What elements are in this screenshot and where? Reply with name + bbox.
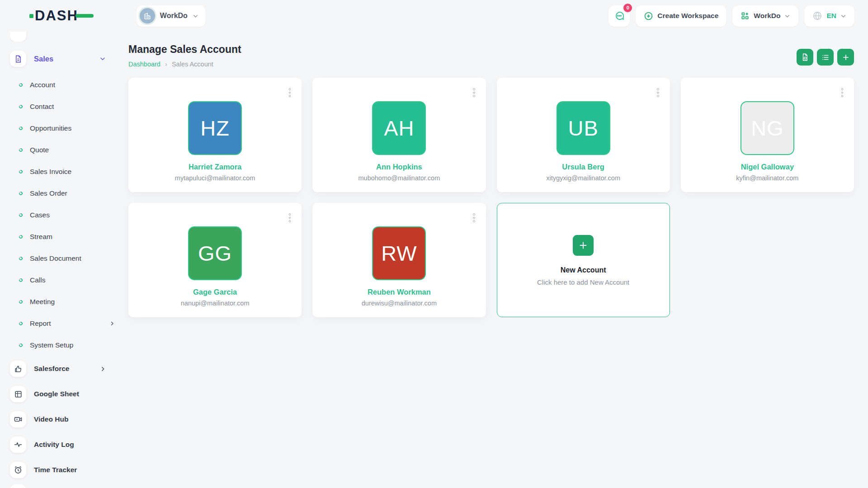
account-card: RW Reuben Workman durewisu@mailinator.co…	[312, 203, 486, 317]
new-account-subtitle: Click here to add New Account	[537, 278, 629, 286]
breadcrumb-separator: ›	[165, 60, 167, 68]
add-account-button[interactable]	[837, 49, 854, 66]
building-icon	[140, 8, 155, 23]
new-account-card[interactable]: New Account Click here to add New Accoun…	[497, 203, 670, 317]
bullet-icon	[18, 234, 23, 239]
sidebar-partial-item-bottom[interactable]	[10, 484, 115, 488]
workspace-selector[interactable]: WorkDo	[137, 5, 206, 27]
avatar: AH	[372, 101, 426, 155]
bullet-icon	[18, 126, 23, 131]
card-menu-button[interactable]	[472, 212, 476, 224]
sidebar-item-sales-invoice[interactable]: Sales Invoice	[0, 161, 115, 183]
app-switcher-label: WorkDo	[754, 12, 780, 20]
plus-icon	[573, 235, 594, 256]
avatar: GG	[188, 226, 242, 280]
sidebar-item-time-tracker[interactable]: Time Tracker	[10, 457, 106, 483]
card-menu-button[interactable]	[472, 87, 476, 99]
document-sync-icon	[801, 53, 809, 61]
logo-text: DASH	[35, 8, 78, 24]
bullet-icon	[18, 169, 23, 174]
globe-icon	[812, 11, 822, 21]
app-switcher-dropdown[interactable]: WorkDo	[732, 5, 798, 27]
sidebar-item-system-setup[interactable]: System Setup	[0, 334, 115, 356]
avatar: UB	[557, 101, 610, 155]
create-workspace-button[interactable]: Create Workspace	[636, 5, 726, 27]
account-card: UB Ursula Berg xitygyxig@mailinator.com	[497, 78, 670, 192]
avatar: RW	[372, 226, 426, 280]
sidebar-item-calls[interactable]: Calls	[0, 269, 115, 291]
sidebar-partial-item-top[interactable]	[10, 32, 115, 42]
avatar: HZ	[188, 101, 242, 155]
create-workspace-label: Create Workspace	[657, 12, 718, 20]
sidebar-item-sales-document[interactable]: Sales Document	[0, 248, 115, 269]
card-menu-button[interactable]	[840, 87, 845, 99]
account-name-link[interactable]: Gage Garcia	[193, 288, 237, 296]
sidebar-item-sales-order[interactable]: Sales Order	[0, 183, 115, 204]
menu-icon	[10, 32, 26, 42]
dash-logo[interactable]: DASH	[29, 8, 94, 24]
bullet-icon	[18, 147, 23, 152]
sidebar-item-video-hub[interactable]: Video Hub	[10, 407, 106, 432]
chevron-right-icon	[100, 366, 106, 372]
bullet-icon	[18, 82, 23, 87]
account-email: mubohomo@mailinator.com	[359, 174, 440, 182]
sidebar-item-opportunities[interactable]: Opportunities	[0, 117, 115, 139]
breadcrumb: Dashboard › Sales Account	[128, 60, 241, 68]
bullet-icon	[18, 321, 23, 326]
add-icon	[842, 53, 850, 61]
account-name-link[interactable]: Harriet Zamora	[189, 163, 241, 171]
sidebar-item-contact[interactable]: Contact	[0, 96, 115, 117]
language-dropdown[interactable]: EN	[804, 5, 854, 27]
account-email: xitygyxig@mailinator.com	[546, 174, 620, 182]
page-title: Manage Sales Account	[128, 43, 241, 56]
logo-dash-bar	[75, 14, 94, 18]
bullet-icon	[18, 212, 23, 217]
sidebar-group-label: Sales	[34, 55, 92, 63]
account-card: NG Nigel Galloway kyfin@mailinator.com	[681, 78, 854, 192]
sidebar-item-google-sheet[interactable]: Google Sheet	[10, 381, 106, 407]
bullet-icon	[18, 299, 23, 304]
messages-badge: 0	[623, 3, 633, 13]
chevron-down-icon	[784, 13, 790, 19]
logo-dot	[29, 14, 33, 18]
sidebar-item-quote[interactable]: Quote	[0, 139, 115, 161]
main-content: Manage Sales Account Dashboard › Sales A…	[115, 32, 868, 488]
sidebar-item-activity-log[interactable]: Activity Log	[10, 432, 106, 457]
video-camera-icon	[10, 411, 26, 427]
sidebar: Sales Account Contact Opportunities Quot…	[0, 32, 115, 488]
new-account-title: New Account	[561, 266, 606, 274]
language-label: EN	[826, 12, 836, 20]
sidebar-item-meeting[interactable]: Meeting	[0, 291, 115, 313]
sidebar-item-cases[interactable]: Cases	[0, 204, 115, 226]
sidebar-item-report[interactable]: Report	[0, 313, 115, 334]
topbar: DASH WorkDo 0	[0, 0, 868, 32]
avatar: NG	[741, 101, 794, 155]
account-name-link[interactable]: Ursula Berg	[562, 163, 604, 171]
chevron-down-icon	[193, 13, 198, 19]
account-email: mytapuluci@mailinator.com	[175, 174, 255, 182]
account-name-link[interactable]: Nigel Galloway	[741, 163, 794, 171]
bullet-icon	[18, 277, 23, 282]
card-menu-button[interactable]	[656, 87, 660, 99]
workspace-label: WorkDo	[160, 12, 188, 20]
accounts-grid: HZ Harriet Zamora mytapuluci@mailinator.…	[128, 78, 854, 317]
bullet-icon	[18, 104, 23, 109]
card-menu-button[interactable]	[288, 212, 292, 224]
account-name-link[interactable]: Ann Hopkins	[376, 163, 422, 171]
chevron-down-icon	[99, 56, 106, 62]
alarm-clock-icon	[10, 462, 26, 478]
list-view-button[interactable]	[817, 49, 834, 66]
card-menu-button[interactable]	[288, 87, 292, 99]
grid-plus-icon	[741, 11, 750, 20]
breadcrumb-dashboard-link[interactable]: Dashboard	[128, 61, 160, 68]
account-card: GG Gage Garcia nanupi@mailinator.com	[128, 203, 302, 317]
sidebar-item-stream[interactable]: Stream	[0, 226, 115, 248]
sidebar-group-sales[interactable]: Sales	[10, 48, 106, 70]
messages-button[interactable]: 0	[609, 5, 630, 27]
account-name-link[interactable]: Reuben Workman	[368, 288, 431, 296]
chat-bubble-icon	[614, 10, 625, 21]
export-accounts-button[interactable]	[797, 49, 813, 66]
sidebar-item-account[interactable]: Account	[0, 74, 115, 96]
table-icon	[10, 386, 26, 402]
sidebar-item-salesforce[interactable]: Salesforce	[10, 356, 106, 381]
